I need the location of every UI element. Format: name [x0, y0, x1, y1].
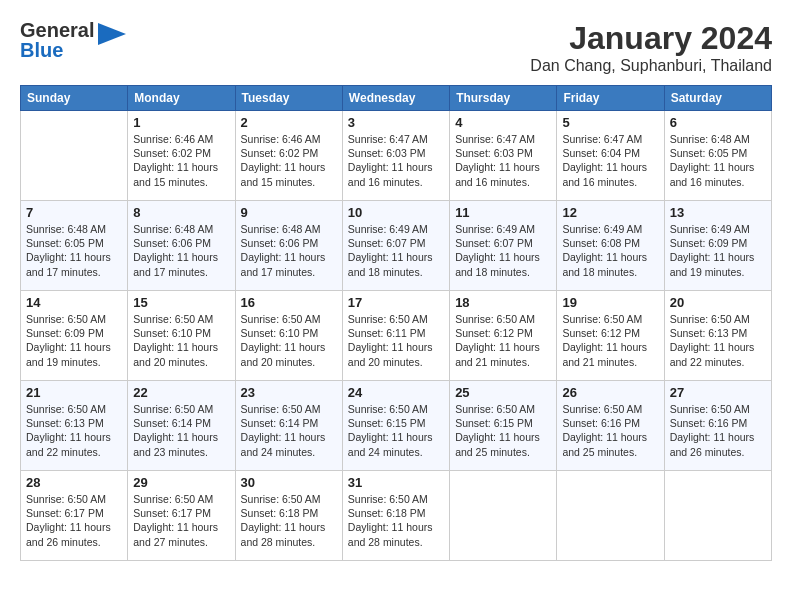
day-info: Sunrise: 6:50 AM Sunset: 6:12 PM Dayligh…	[455, 312, 551, 369]
day-number: 12	[562, 205, 658, 220]
logo-brand: General Blue	[20, 20, 94, 60]
day-info: Sunrise: 6:50 AM Sunset: 6:15 PM Dayligh…	[455, 402, 551, 459]
table-row	[664, 471, 771, 561]
day-info: Sunrise: 6:50 AM Sunset: 6:15 PM Dayligh…	[348, 402, 444, 459]
logo-flag-icon	[98, 23, 126, 49]
table-row: 13Sunrise: 6:49 AM Sunset: 6:09 PM Dayli…	[664, 201, 771, 291]
calendar-header-row: Sunday Monday Tuesday Wednesday Thursday…	[21, 86, 772, 111]
day-number: 21	[26, 385, 122, 400]
day-info: Sunrise: 6:50 AM Sunset: 6:13 PM Dayligh…	[670, 312, 766, 369]
day-number: 19	[562, 295, 658, 310]
day-number: 22	[133, 385, 229, 400]
table-row: 6Sunrise: 6:48 AM Sunset: 6:05 PM Daylig…	[664, 111, 771, 201]
table-row: 29Sunrise: 6:50 AM Sunset: 6:17 PM Dayli…	[128, 471, 235, 561]
header-wednesday: Wednesday	[342, 86, 449, 111]
day-info: Sunrise: 6:50 AM Sunset: 6:16 PM Dayligh…	[670, 402, 766, 459]
day-info: Sunrise: 6:46 AM Sunset: 6:02 PM Dayligh…	[241, 132, 337, 189]
day-info: Sunrise: 6:49 AM Sunset: 6:09 PM Dayligh…	[670, 222, 766, 279]
day-number: 13	[670, 205, 766, 220]
header-monday: Monday	[128, 86, 235, 111]
calendar-week-1: 1Sunrise: 6:46 AM Sunset: 6:02 PM Daylig…	[21, 111, 772, 201]
day-number: 18	[455, 295, 551, 310]
logo-general: General	[20, 20, 94, 40]
day-number: 5	[562, 115, 658, 130]
day-info: Sunrise: 6:47 AM Sunset: 6:03 PM Dayligh…	[455, 132, 551, 189]
day-info: Sunrise: 6:50 AM Sunset: 6:12 PM Dayligh…	[562, 312, 658, 369]
calendar-week-5: 28Sunrise: 6:50 AM Sunset: 6:17 PM Dayli…	[21, 471, 772, 561]
day-info: Sunrise: 6:50 AM Sunset: 6:09 PM Dayligh…	[26, 312, 122, 369]
table-row	[21, 111, 128, 201]
table-row: 20Sunrise: 6:50 AM Sunset: 6:13 PM Dayli…	[664, 291, 771, 381]
day-info: Sunrise: 6:46 AM Sunset: 6:02 PM Dayligh…	[133, 132, 229, 189]
day-number: 24	[348, 385, 444, 400]
svg-marker-0	[98, 23, 126, 45]
table-row: 8Sunrise: 6:48 AM Sunset: 6:06 PM Daylig…	[128, 201, 235, 291]
day-number: 16	[241, 295, 337, 310]
day-number: 17	[348, 295, 444, 310]
day-info: Sunrise: 6:49 AM Sunset: 6:07 PM Dayligh…	[348, 222, 444, 279]
day-number: 27	[670, 385, 766, 400]
table-row: 17Sunrise: 6:50 AM Sunset: 6:11 PM Dayli…	[342, 291, 449, 381]
table-row: 28Sunrise: 6:50 AM Sunset: 6:17 PM Dayli…	[21, 471, 128, 561]
day-number: 14	[26, 295, 122, 310]
day-info: Sunrise: 6:48 AM Sunset: 6:06 PM Dayligh…	[241, 222, 337, 279]
day-info: Sunrise: 6:50 AM Sunset: 6:17 PM Dayligh…	[26, 492, 122, 549]
day-number: 23	[241, 385, 337, 400]
day-info: Sunrise: 6:50 AM Sunset: 6:18 PM Dayligh…	[348, 492, 444, 549]
day-info: Sunrise: 6:50 AM Sunset: 6:16 PM Dayligh…	[562, 402, 658, 459]
day-info: Sunrise: 6:49 AM Sunset: 6:07 PM Dayligh…	[455, 222, 551, 279]
table-row: 24Sunrise: 6:50 AM Sunset: 6:15 PM Dayli…	[342, 381, 449, 471]
table-row: 23Sunrise: 6:50 AM Sunset: 6:14 PM Dayli…	[235, 381, 342, 471]
table-row: 27Sunrise: 6:50 AM Sunset: 6:16 PM Dayli…	[664, 381, 771, 471]
table-row: 10Sunrise: 6:49 AM Sunset: 6:07 PM Dayli…	[342, 201, 449, 291]
day-info: Sunrise: 6:50 AM Sunset: 6:10 PM Dayligh…	[241, 312, 337, 369]
table-row: 7Sunrise: 6:48 AM Sunset: 6:05 PM Daylig…	[21, 201, 128, 291]
header-sunday: Sunday	[21, 86, 128, 111]
day-info: Sunrise: 6:48 AM Sunset: 6:05 PM Dayligh…	[670, 132, 766, 189]
table-row: 16Sunrise: 6:50 AM Sunset: 6:10 PM Dayli…	[235, 291, 342, 381]
table-row: 1Sunrise: 6:46 AM Sunset: 6:02 PM Daylig…	[128, 111, 235, 201]
day-info: Sunrise: 6:49 AM Sunset: 6:08 PM Dayligh…	[562, 222, 658, 279]
table-row: 30Sunrise: 6:50 AM Sunset: 6:18 PM Dayli…	[235, 471, 342, 561]
day-number: 4	[455, 115, 551, 130]
header-saturday: Saturday	[664, 86, 771, 111]
table-row: 14Sunrise: 6:50 AM Sunset: 6:09 PM Dayli…	[21, 291, 128, 381]
day-number: 3	[348, 115, 444, 130]
day-number: 10	[348, 205, 444, 220]
header-tuesday: Tuesday	[235, 86, 342, 111]
day-number: 25	[455, 385, 551, 400]
calendar-table: Sunday Monday Tuesday Wednesday Thursday…	[20, 85, 772, 561]
table-row: 22Sunrise: 6:50 AM Sunset: 6:14 PM Dayli…	[128, 381, 235, 471]
table-row	[450, 471, 557, 561]
page-header: General Blue January 2024 Dan Chang, Sup…	[20, 20, 772, 75]
logo: General Blue	[20, 20, 126, 60]
table-row: 26Sunrise: 6:50 AM Sunset: 6:16 PM Dayli…	[557, 381, 664, 471]
day-info: Sunrise: 6:50 AM Sunset: 6:17 PM Dayligh…	[133, 492, 229, 549]
table-row: 3Sunrise: 6:47 AM Sunset: 6:03 PM Daylig…	[342, 111, 449, 201]
table-row: 5Sunrise: 6:47 AM Sunset: 6:04 PM Daylig…	[557, 111, 664, 201]
day-info: Sunrise: 6:47 AM Sunset: 6:04 PM Dayligh…	[562, 132, 658, 189]
day-number: 20	[670, 295, 766, 310]
table-row: 4Sunrise: 6:47 AM Sunset: 6:03 PM Daylig…	[450, 111, 557, 201]
day-number: 28	[26, 475, 122, 490]
day-number: 31	[348, 475, 444, 490]
day-info: Sunrise: 6:50 AM Sunset: 6:13 PM Dayligh…	[26, 402, 122, 459]
table-row: 15Sunrise: 6:50 AM Sunset: 6:10 PM Dayli…	[128, 291, 235, 381]
day-number: 29	[133, 475, 229, 490]
table-row: 19Sunrise: 6:50 AM Sunset: 6:12 PM Dayli…	[557, 291, 664, 381]
day-number: 11	[455, 205, 551, 220]
table-row	[557, 471, 664, 561]
day-info: Sunrise: 6:47 AM Sunset: 6:03 PM Dayligh…	[348, 132, 444, 189]
calendar-week-3: 14Sunrise: 6:50 AM Sunset: 6:09 PM Dayli…	[21, 291, 772, 381]
day-info: Sunrise: 6:50 AM Sunset: 6:11 PM Dayligh…	[348, 312, 444, 369]
table-row: 18Sunrise: 6:50 AM Sunset: 6:12 PM Dayli…	[450, 291, 557, 381]
day-number: 7	[26, 205, 122, 220]
table-row: 11Sunrise: 6:49 AM Sunset: 6:07 PM Dayli…	[450, 201, 557, 291]
day-number: 9	[241, 205, 337, 220]
day-number: 6	[670, 115, 766, 130]
table-row: 12Sunrise: 6:49 AM Sunset: 6:08 PM Dayli…	[557, 201, 664, 291]
day-info: Sunrise: 6:48 AM Sunset: 6:05 PM Dayligh…	[26, 222, 122, 279]
table-row: 25Sunrise: 6:50 AM Sunset: 6:15 PM Dayli…	[450, 381, 557, 471]
header-thursday: Thursday	[450, 86, 557, 111]
day-number: 8	[133, 205, 229, 220]
